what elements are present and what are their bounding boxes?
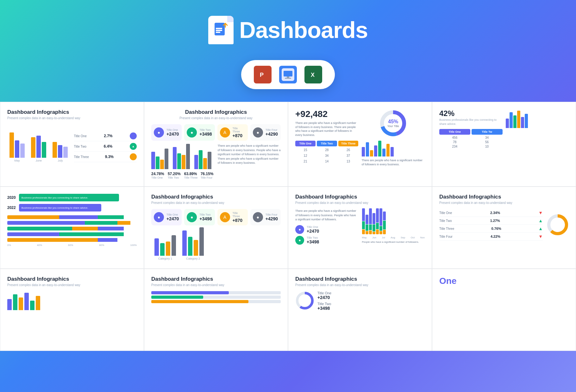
bar-stack [369, 208, 372, 234]
stacked-row [7, 227, 137, 230]
bar [203, 158, 207, 169]
svg-text:X: X [311, 72, 315, 78]
card-1-subtitle: Present complex data in an easy-to-under… [7, 116, 137, 120]
bar-group [151, 149, 172, 169]
year-label: 2020 [7, 195, 16, 200]
bar-group [173, 144, 193, 169]
bar [382, 149, 385, 156]
metric-label: Title Three [233, 211, 245, 218]
metric-label: Title Two [199, 128, 212, 132]
app-icon [208, 16, 234, 44]
stacked-bar [7, 238, 137, 242]
bar-group-may: May [7, 132, 27, 162]
bar-group-july: July [50, 142, 70, 162]
bar [376, 230, 379, 234]
pct-label: 80% [99, 244, 104, 247]
card-8: Dashboard Infographics Present complex d… [432, 187, 576, 269]
table-row: 15 28 26 [295, 148, 359, 152]
mini-bars [506, 109, 569, 128]
header-cell: Title One [295, 141, 316, 146]
bar [42, 142, 46, 158]
cards-row-2: 2020 Business professionals like you con… [0, 187, 576, 269]
donut-chart [547, 214, 569, 236]
bar [366, 231, 368, 234]
legend-text: People who have a significant number of … [362, 240, 425, 244]
bar-stack [373, 213, 375, 234]
card-6-title: Dashboard Infographics [151, 194, 281, 200]
card-2-metrics: ● Title One +2470 ● Title Two +3498 A Ti… [151, 124, 281, 141]
card-3: +92,482 There are people who have a sign… [288, 102, 432, 187]
card-7-left: There are people who have a significant … [295, 209, 358, 245]
metric-row: ● Title Two +3498 [295, 236, 358, 245]
table-row: Title One 2.7% [74, 131, 137, 141]
metric-icon: ● [295, 236, 304, 245]
table-row: 78 56 [439, 140, 503, 144]
table-row: Title Two 6.4% ▲ [74, 141, 137, 152]
stat-val: +2470 [317, 295, 425, 300]
card-4-table: Title One Title Tw 456 34 78 56 234 10 [439, 129, 503, 148]
app-title: Dashboards [208, 16, 368, 44]
card-2-desc: There are people who have a significant … [218, 144, 281, 179]
bar [31, 137, 35, 158]
svg-text:P: P [260, 72, 264, 78]
year-label: 2022 [7, 205, 16, 210]
bar [369, 224, 372, 230]
seg [117, 221, 130, 225]
metric-value: +4290 [266, 216, 278, 221]
label: Sep [401, 236, 405, 239]
cat-label: Category 1 [158, 257, 172, 260]
bar [362, 221, 365, 229]
trend-icon: ▼ [538, 210, 543, 215]
row-val: 9.3% [105, 155, 114, 159]
bar [370, 150, 373, 156]
bar [36, 296, 40, 310]
trend-icon: ▼ [538, 234, 543, 239]
metric-value: +870 [233, 218, 245, 223]
row-name: Title Three [439, 227, 454, 230]
card-subtitle: Present complex data in an easy-to-under… [151, 283, 281, 287]
cell: 78 [439, 140, 470, 144]
bar [510, 112, 513, 128]
bar [373, 232, 375, 234]
seg [85, 221, 117, 225]
seg [7, 221, 85, 225]
hbar-row [151, 300, 281, 303]
seg [98, 227, 124, 230]
cat-label: Category 2 [186, 257, 200, 260]
row-val: 6.4% [104, 144, 112, 149]
hbar-bg [151, 300, 281, 303]
card-4: 42% Business professionals like you conn… [432, 102, 576, 187]
timeline-bar: Business professionals like you connecti… [19, 204, 137, 211]
card-bottom-2: Dashboard Infographics Present complex d… [144, 269, 288, 351]
donut [295, 291, 314, 310]
metric-value: +3498 [199, 216, 212, 221]
card-6-chart: Category 1 Category 2 [151, 229, 281, 260]
row-name: Title Two [74, 145, 86, 148]
hbar-fill [151, 300, 248, 303]
seg [7, 238, 98, 242]
metric-tile-4: ● Title Four +4290 [250, 124, 281, 141]
timeline-item-2022: 2022 Business professionals like you con… [7, 204, 137, 211]
card-4-content: 42% Business professionals like you conn… [439, 109, 569, 149]
keynote-badge [279, 66, 297, 83]
bar [182, 155, 185, 169]
hbar-row [151, 291, 281, 294]
header: Dashboards [0, 0, 576, 54]
bar-chart [362, 209, 425, 234]
label: Oct [411, 236, 415, 239]
label: Jun [372, 236, 376, 239]
card-2-subtitle: Present complex data in an easy-to-under… [151, 116, 281, 120]
bar [378, 141, 381, 156]
card-content: Title One +2470 Title Two +3498 [295, 291, 425, 311]
bar [391, 147, 394, 156]
bar [19, 297, 23, 310]
timeline-item-2020: 2020 Business professionals like you con… [7, 194, 137, 201]
bar-category-2: Category 2 [182, 227, 204, 260]
bar [386, 144, 390, 156]
donut: 45% Your Title [362, 109, 425, 138]
bar-category-1: Category 1 [154, 235, 176, 260]
table-row: Title Four 4.22% ▼ [439, 233, 543, 241]
card-6-subtitle: Present complex data in an easy-to-under… [151, 201, 281, 205]
stacked-row [7, 215, 137, 219]
card-1-chart: May June July [7, 124, 70, 162]
